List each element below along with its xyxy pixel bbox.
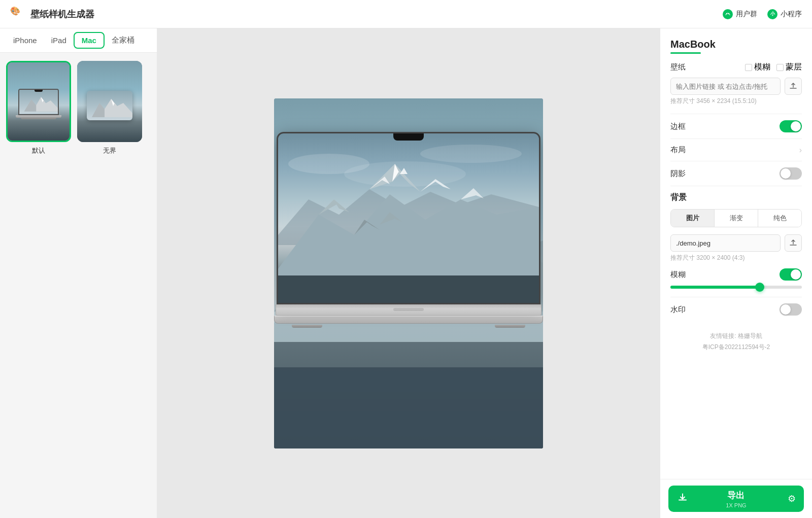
app-header: 🎨 壁纸样机生成器 用户群 小 小程序 [0, 0, 812, 28]
user-group-label: 用户群 [736, 10, 757, 19]
preview-canvas [274, 98, 543, 448]
macbook-base [274, 316, 543, 324]
user-group-link[interactable]: 用户群 [723, 9, 757, 19]
background-section: 背景 图片 渐变 纯色 推荐尺寸 3200 × 2400 (4:3) [670, 192, 802, 289]
wallpaper-label: 壁纸 [670, 62, 686, 72]
macbook-wrapper [277, 132, 540, 446]
mini-program-link[interactable]: 小 小程序 [767, 9, 802, 19]
macbook-foot-left [292, 325, 322, 328]
blur-row: 模糊 [670, 268, 802, 281]
shadow-toggle[interactable] [780, 167, 802, 180]
thumb-mac-default [8, 62, 70, 141]
blur-checkbox-box [745, 64, 752, 71]
shadow-toggle-knob [781, 168, 791, 179]
blur-slider-thumb[interactable] [755, 283, 764, 292]
bg-tab-gradient[interactable]: 渐变 [715, 210, 758, 227]
blur-slider-track [670, 286, 802, 289]
macbook-screen-inner [278, 133, 539, 303]
macbook-mockup [277, 132, 540, 446]
layout-row[interactable]: 布局 › [670, 145, 802, 155]
divider-4 [670, 186, 802, 186]
bg-upload-btn[interactable] [785, 234, 802, 252]
device-thumb-default-img [6, 61, 71, 142]
border-toggle-knob [791, 121, 801, 131]
main-layout: iPhone iPad Mac 全家桶 [0, 28, 812, 518]
export-download-icon [678, 493, 688, 505]
bg-image-input-row [670, 234, 802, 252]
macbook-screen [277, 132, 540, 304]
device-tabs: iPhone iPad Mac 全家桶 [0, 28, 157, 53]
export-button[interactable]: 导出 1X PNG ⚙ [668, 486, 804, 512]
frost-checkbox[interactable]: 蒙层 [776, 62, 802, 73]
export-settings-icon[interactable]: ⚙ [788, 493, 796, 504]
blur-label: 模糊 [754, 62, 770, 73]
app-title: 壁纸样机生成器 [30, 8, 94, 20]
friendly-link-text: 友情链接: 格姗导航 [710, 332, 762, 339]
svg-rect-32 [278, 275, 539, 303]
header-right: 用户群 小 小程序 [723, 9, 802, 19]
device-label-default: 默认 [32, 146, 45, 155]
export-bar: 导出 1X PNG ⚙ [660, 479, 812, 518]
export-sub: 1X PNG [726, 502, 746, 508]
shadow-row: 阴影 [670, 167, 802, 180]
divider-1 [670, 114, 802, 114]
blur-toggle[interactable] [780, 268, 802, 281]
mini-program-label: 小程序 [781, 10, 802, 19]
wallpaper-input[interactable] [670, 78, 781, 95]
border-label: 边框 [670, 122, 686, 131]
center-canvas [157, 28, 660, 518]
watermark-row: 水印 [670, 303, 802, 316]
device-thumb-default[interactable]: 默认 [6, 61, 71, 155]
watermark-label: 水印 [670, 305, 686, 315]
tab-family[interactable]: 全家桶 [105, 32, 142, 48]
right-panel: MacBook 壁纸 模糊 蒙层 [660, 28, 812, 518]
footer-links: 友情链接: 格姗导航 粤ICP备2022112594号-2 [670, 321, 802, 359]
blur-checkbox[interactable]: 模糊 [745, 62, 770, 73]
watermark-toggle[interactable] [780, 303, 802, 316]
layout-label: 布局 [670, 145, 686, 155]
thumb-mac-borderless [77, 61, 142, 142]
bg-image-input[interactable] [670, 234, 781, 252]
wallpaper-hint: 推荐尺寸 3456 × 2234 (15.5:10) [670, 97, 802, 106]
macbook-foot-right [495, 325, 525, 328]
bg-tab-solid[interactable]: 纯色 [758, 210, 801, 227]
device-grid: 默认 [0, 53, 157, 163]
tab-ipad[interactable]: iPad [44, 33, 74, 48]
bg-tab-image[interactable]: 图片 [671, 210, 715, 227]
background-title: 背景 [670, 192, 802, 203]
mini-program-icon: 小 [767, 9, 777, 19]
border-row: 边框 [670, 120, 802, 132]
panel-title-underline [670, 52, 701, 54]
wallpaper-options: 模糊 蒙层 [745, 62, 802, 73]
blur-slider-fill [670, 286, 760, 289]
macbook-notch [393, 133, 424, 141]
tab-iphone[interactable]: iPhone [6, 33, 44, 48]
friendly-link[interactable]: 友情链接: 格姗导航 [670, 331, 802, 342]
logo: 🎨 壁纸样机生成器 [10, 6, 94, 22]
left-sidebar: iPhone iPad Mac 全家桶 [0, 28, 157, 518]
device-thumb-borderless[interactable]: 无界 [77, 61, 142, 155]
frost-label: 蒙层 [786, 62, 802, 73]
divider-5 [670, 297, 802, 297]
layout-arrow-icon: › [799, 146, 802, 155]
device-thumb-borderless-img [77, 61, 142, 142]
right-panel-inner: MacBook 壁纸 模糊 蒙层 [660, 28, 812, 479]
wallpaper-upload-btn[interactable] [785, 78, 802, 95]
bg-type-tabs: 图片 渐变 纯色 [670, 209, 802, 227]
wallpaper-row: 壁纸 模糊 蒙层 [670, 62, 802, 73]
wallpaper-input-row [670, 78, 802, 95]
shadow-label: 阴影 [670, 169, 686, 179]
watermark-toggle-knob [781, 304, 791, 315]
wallpaper-section: 壁纸 模糊 蒙层 [670, 62, 802, 106]
divider-3 [670, 161, 802, 161]
logo-icon: 🎨 [10, 6, 26, 22]
border-toggle[interactable] [780, 120, 802, 132]
export-label: 导出 [727, 490, 745, 501]
wechat-icon [723, 9, 733, 19]
blur-toggle-knob [791, 269, 801, 280]
macbook-feet [292, 325, 525, 328]
blur-slider-container [670, 286, 802, 289]
bg-image-hint: 推荐尺寸 3200 × 2400 (4:3) [670, 254, 802, 262]
tab-mac[interactable]: Mac [74, 32, 105, 49]
panel-title: MacBook [670, 39, 802, 50]
